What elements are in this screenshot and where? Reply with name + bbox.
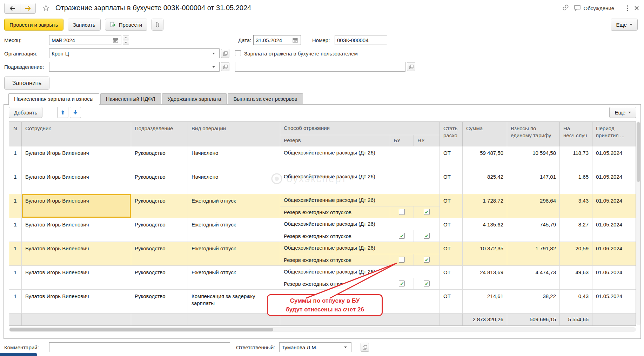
cell-tariff[interactable]: 10 594,58 bbox=[507, 146, 560, 170]
responsible-open-button[interactable] bbox=[361, 343, 369, 352]
add-row-button[interactable]: Добавить bbox=[9, 107, 42, 118]
cell-operation[interactable]: Ежегодный отпуск bbox=[188, 218, 280, 242]
cell-employee[interactable]: Булатов Игорь Виленович bbox=[22, 170, 131, 194]
cell-sum[interactable]: 1 728,72 bbox=[463, 194, 507, 218]
dropdown-button[interactable] bbox=[210, 50, 217, 57]
dropdown-button[interactable] bbox=[342, 343, 349, 351]
cell-sum[interactable]: 10 372,35 bbox=[463, 242, 507, 265]
organization-combobox[interactable]: Крон-Ц bbox=[49, 48, 220, 58]
cell-accident[interactable]: 1,65 bbox=[560, 170, 592, 194]
post-button[interactable]: Провести bbox=[105, 19, 147, 31]
cell-sum[interactable]: 59 487,50 bbox=[463, 146, 507, 170]
cell-employee[interactable]: Булатов Игорь Виленович bbox=[22, 290, 131, 313]
grid-more-button[interactable]: Еще bbox=[609, 107, 636, 118]
cell-n[interactable]: 1 bbox=[9, 146, 22, 170]
cell-department[interactable]: Руководство bbox=[131, 290, 188, 313]
cell-accident[interactable]: 8,27 bbox=[560, 218, 592, 242]
move-up-button[interactable] bbox=[57, 107, 68, 118]
cell-department[interactable]: Руководство bbox=[131, 146, 188, 170]
bu-checkbox[interactable]: ✔ bbox=[399, 233, 405, 239]
cell-tariff[interactable]: 38,22 bbox=[507, 290, 560, 313]
cell-sum[interactable]: 825,42 bbox=[463, 170, 507, 194]
cell-expense[interactable]: ОТ bbox=[440, 170, 463, 194]
cell-accident[interactable]: 0,43 bbox=[560, 290, 592, 313]
bu-checkbox[interactable] bbox=[399, 257, 405, 263]
horizontal-scrollbar[interactable] bbox=[9, 327, 636, 332]
cell-reserve[interactable]: Резерв ежегодных отпусков bbox=[280, 230, 390, 242]
cell-n[interactable]: 1 bbox=[9, 242, 22, 265]
cell-operation[interactable]: Ежегодный отпуск bbox=[188, 266, 280, 289]
cell-accident[interactable]: 20,59 bbox=[560, 242, 592, 265]
nu-checkbox[interactable]: ✔ bbox=[424, 209, 430, 215]
cell-period[interactable]: 01.05.2024 bbox=[592, 146, 636, 170]
forward-button[interactable] bbox=[20, 3, 35, 13]
cell-n[interactable]: 1 bbox=[9, 266, 22, 289]
discussion-button[interactable]: Обсуждение bbox=[574, 5, 614, 11]
cell-accident[interactable]: 118,73 bbox=[560, 146, 592, 170]
link-icon[interactable] bbox=[562, 4, 569, 12]
cell-operation[interactable]: Компенсация за задержку зарплаты bbox=[188, 290, 280, 313]
write-button[interactable]: Записать bbox=[68, 19, 101, 31]
cell-employee[interactable]: Булатов Игорь Виленович bbox=[22, 218, 131, 242]
cell-operation[interactable]: Ежегодный отпуск bbox=[188, 242, 280, 265]
calendar-button[interactable] bbox=[112, 36, 119, 44]
stepper-down-button[interactable] bbox=[123, 40, 129, 45]
cell-operation[interactable]: Начислено bbox=[188, 146, 280, 170]
more-menu-icon[interactable] bbox=[626, 5, 628, 12]
date-field[interactable]: 31.05.2024 bbox=[253, 35, 301, 45]
department-combobox[interactable] bbox=[49, 62, 220, 72]
cell-method[interactable]: Общехозяйственные расходы (Дт 26) Резерв… bbox=[280, 194, 440, 218]
comment-input[interactable] bbox=[49, 342, 230, 352]
cell-expense[interactable]: ОТ bbox=[440, 194, 463, 218]
tab-accrued-salary[interactable]: Начисленная зарплата и взносы bbox=[8, 93, 99, 105]
cell-department[interactable]: Руководство bbox=[131, 218, 188, 242]
calendar-button[interactable] bbox=[291, 36, 298, 44]
cell-accident[interactable]: 3,43 bbox=[560, 194, 592, 218]
cell-employee[interactable]: Булатов Игорь Виленович bbox=[22, 146, 131, 170]
attachments-button[interactable] bbox=[152, 19, 163, 31]
bu-checkbox[interactable] bbox=[399, 209, 405, 215]
cell-method[interactable]: Общехозяйственные расходы (Дт 26) Резерв… bbox=[280, 266, 440, 289]
close-icon[interactable] bbox=[634, 6, 639, 11]
cell-sum[interactable]: 4 135,62 bbox=[463, 218, 507, 242]
reflected-by-user-checkbox[interactable] bbox=[235, 50, 241, 56]
cell-method[interactable]: Общехозяйственные расходы (Дт 26) bbox=[280, 170, 440, 194]
cell-period[interactable]: 01.05.2024 bbox=[592, 170, 636, 194]
favorite-star-icon[interactable] bbox=[42, 4, 50, 13]
cell-tariff[interactable]: 1 791,82 bbox=[507, 242, 560, 265]
cell-department[interactable]: Руководство bbox=[131, 194, 188, 218]
nu-checkbox[interactable]: ✔ bbox=[424, 233, 430, 239]
stepper-up-button[interactable] bbox=[123, 35, 129, 40]
month-field[interactable]: Май 2024 bbox=[49, 35, 121, 45]
cell-expense[interactable]: ОТ bbox=[440, 218, 463, 242]
cell-period[interactable]: 01.05.2024 bbox=[592, 218, 636, 242]
cell-employee-selected[interactable]: Булатов Игорь Виленович bbox=[22, 194, 131, 218]
cell-department[interactable]: Руководство bbox=[131, 170, 188, 194]
extra-open-button[interactable] bbox=[407, 62, 415, 71]
cell-period[interactable]: 01.05.2024 bbox=[592, 194, 636, 218]
bu-checkbox[interactable]: ✔ bbox=[399, 281, 405, 286]
nu-checkbox[interactable]: ✔ bbox=[424, 281, 430, 286]
cell-tariff[interactable]: 745,79 bbox=[507, 218, 560, 242]
cell-n[interactable]: 1 bbox=[9, 218, 22, 242]
cell-operation[interactable]: Ежегодный отпуск bbox=[188, 194, 280, 218]
cell-period[interactable]: 01.06.2024 bbox=[592, 242, 636, 265]
cell-n[interactable]: 1 bbox=[9, 170, 22, 194]
user-reflect-extra-field[interactable] bbox=[235, 62, 405, 72]
dropdown-button[interactable] bbox=[210, 63, 217, 71]
cell-sum[interactable]: 24 813,69 bbox=[463, 266, 507, 289]
cell-tariff[interactable]: 4 474,73 bbox=[507, 266, 560, 289]
cell-n[interactable]: 1 bbox=[9, 194, 22, 218]
move-down-button[interactable] bbox=[70, 107, 81, 118]
back-button[interactable] bbox=[5, 3, 20, 13]
cell-reserve[interactable]: Резерв ежегодных отпусков bbox=[280, 254, 390, 265]
cell-accident[interactable]: 49,63 bbox=[560, 266, 592, 289]
fill-button[interactable]: Заполнить bbox=[4, 77, 49, 90]
responsible-combobox[interactable]: Туманова Л.М. bbox=[279, 342, 351, 352]
cell-n[interactable]: 1 bbox=[9, 290, 22, 313]
cell-department[interactable]: Руководство bbox=[131, 266, 188, 289]
cell-period[interactable]: 01.06.2024 bbox=[592, 266, 636, 289]
cell-sum[interactable]: 214,61 bbox=[463, 290, 507, 313]
cell-method[interactable]: Общехозяйственные расходы (Дт 26) Резерв… bbox=[280, 242, 440, 265]
more-actions-button[interactable]: Еще bbox=[611, 19, 638, 31]
